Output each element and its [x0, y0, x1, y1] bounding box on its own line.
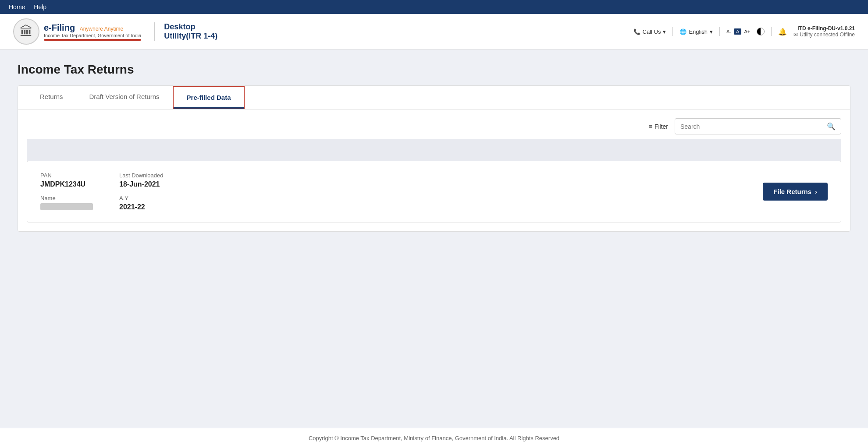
arrow-right-icon: › [815, 188, 817, 195]
notification-icon: 🔔 [778, 28, 787, 36]
search-box[interactable]: 🔍 [675, 118, 841, 134]
main-content: Income Tax Returns Returns Draft Version… [0, 49, 868, 428]
search-icon: 🔍 [827, 122, 836, 131]
language-btn[interactable]: 🌐 English ▾ [679, 28, 713, 35]
utility-info: ITD e-Filing-DU-v1.0.21 ✉ Utility connec… [793, 25, 855, 38]
font-medium-btn[interactable]: A [734, 28, 741, 35]
record-left: PAN JMDPK1234U Name [40, 172, 93, 211]
tab-prefilled[interactable]: Pre-filled Data [173, 86, 245, 109]
globe-icon: 🌐 [679, 28, 687, 35]
table-controls: ≡ Filter 🔍 [18, 109, 850, 139]
table-row: PAN JMDPK1234U Name Last Downloaded 18-J… [27, 161, 841, 222]
menu-home[interactable]: Home [9, 4, 25, 11]
contrast-btn[interactable] [757, 28, 765, 35]
divider2 [719, 27, 720, 36]
tab-draft[interactable]: Draft Version of Returns [76, 86, 173, 109]
app-title: Desktop Utility(ITR 1-4) [154, 22, 217, 41]
pan-field: PAN JMDPK1234U [40, 172, 93, 188]
data-table-area: PAN JMDPK1234U Name Last Downloaded 18-J… [18, 139, 850, 231]
logo-emblem: 🏛 [13, 18, 39, 45]
name-redacted [40, 203, 93, 210]
font-controls: A- A A+ [726, 28, 750, 35]
divider3 [771, 27, 772, 36]
red-banner [44, 39, 141, 41]
page-title: Income Tax Returns [18, 63, 850, 77]
font-large-btn[interactable]: A+ [744, 29, 750, 34]
divider1 [672, 27, 673, 36]
logo-text: e-Filing Anywhere Anytime Income Tax Dep… [44, 23, 141, 41]
header-left: 🏛 e-Filing Anywhere Anytime Income Tax D… [13, 18, 217, 45]
lang-chevron-icon: ▾ [710, 28, 713, 35]
search-input[interactable] [680, 123, 827, 130]
main-card: Returns Draft Version of Returns Pre-fil… [18, 85, 850, 232]
font-small-btn[interactable]: A- [726, 29, 731, 34]
menu-bar: Home Help [0, 0, 868, 14]
record-info: PAN JMDPK1234U Name Last Downloaded 18-J… [40, 172, 163, 211]
file-returns-button[interactable]: File Returns › [763, 183, 828, 201]
table-header-row [27, 139, 841, 161]
record-right: Last Downloaded 18-Jun-2021 A.Y 2021-22 [119, 172, 163, 211]
call-us-btn[interactable]: 📞 Call Us ▾ [633, 28, 666, 35]
menu-help[interactable]: Help [34, 4, 46, 11]
name-field: Name [40, 195, 93, 210]
ay-field: A.Y 2021-22 [119, 195, 163, 211]
logo-area: 🏛 e-Filing Anywhere Anytime Income Tax D… [13, 18, 141, 45]
last-downloaded-field: Last Downloaded 18-Jun-2021 [119, 172, 163, 188]
tab-returns[interactable]: Returns [27, 86, 76, 109]
filter-icon: ≡ [649, 123, 652, 130]
offline-icon: ✉ [793, 32, 798, 38]
header: 🏛 e-Filing Anywhere Anytime Income Tax D… [0, 14, 868, 49]
phone-icon: 📞 [633, 28, 640, 35]
offline-status: ✉ Utility connected Offline [793, 32, 855, 38]
footer: Copyright © Income Tax Department, Minis… [0, 428, 868, 448]
efiling-label: e-Filing Anywhere Anytime [44, 23, 141, 33]
dept-label: Income Tax Department, Government of Ind… [44, 33, 141, 38]
filter-button[interactable]: ≡ Filter [649, 123, 668, 130]
header-controls: 📞 Call Us ▾ 🌐 English ▾ A- A A+ 🔔 ITD e-… [633, 25, 855, 38]
tabs-container: Returns Draft Version of Returns Pre-fil… [18, 86, 850, 109]
call-chevron-icon: ▾ [663, 28, 666, 35]
